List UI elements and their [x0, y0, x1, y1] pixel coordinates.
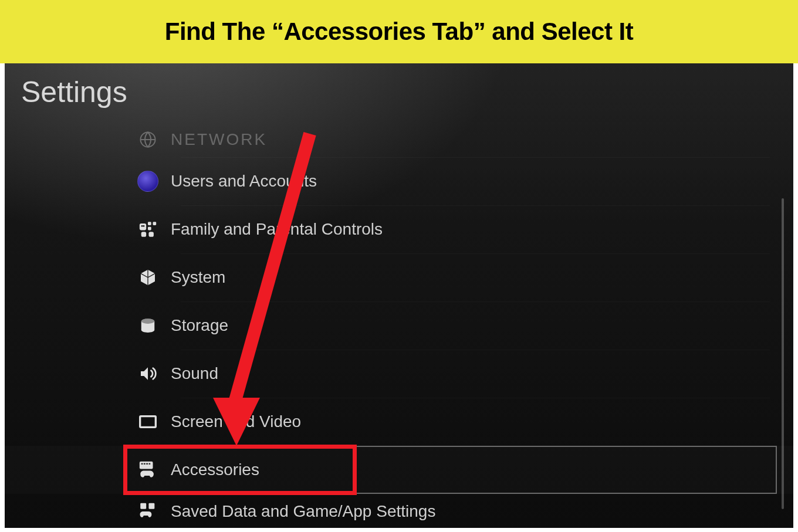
svg-rect-3 — [153, 222, 157, 225]
svg-rect-15 — [146, 463, 148, 465]
svg-rect-13 — [141, 463, 143, 465]
menu-item-saved-data[interactable]: Saved Data and Game/App Settings — [5, 494, 793, 528]
menu-item-users[interactable]: Users and Accounts — [5, 157, 793, 205]
menu-item-network[interactable]: NETWORK — [5, 122, 793, 157]
page-title: Settings — [21, 75, 127, 109]
menu-label: Storage — [171, 316, 228, 335]
avatar-icon — [137, 170, 159, 192]
svg-point-7 — [141, 225, 143, 227]
menu-item-family[interactable]: Family and Parental Controls — [5, 205, 793, 253]
family-icon — [137, 218, 159, 240]
accessories-icon — [137, 459, 159, 481]
svg-rect-17 — [140, 503, 146, 509]
menu-item-sound[interactable]: Sound — [5, 350, 793, 398]
svg-rect-14 — [144, 463, 146, 465]
instruction-banner: Find The “Accessories Tab” and Select It — [0, 0, 798, 63]
menu-label: Sound — [171, 364, 218, 383]
speaker-icon — [137, 362, 159, 385]
svg-rect-4 — [148, 227, 151, 231]
menu-label: Users and Accounts — [171, 172, 317, 191]
settings-menu: NETWORK Users and Accounts Family and Pa… — [5, 122, 793, 528]
scrollbar[interactable] — [782, 198, 784, 509]
svg-rect-5 — [141, 232, 147, 237]
menu-label: Saved Data and Game/App Settings — [171, 502, 435, 521]
menu-item-accessories[interactable]: Accessories — [5, 446, 793, 494]
svg-rect-18 — [148, 503, 154, 509]
svg-point-8 — [143, 225, 145, 227]
settings-screen: Settings NETWORK Users and Accounts Fami… — [5, 63, 793, 528]
svg-rect-12 — [140, 462, 153, 469]
svg-point-10 — [141, 318, 155, 324]
menu-label: Family and Parental Controls — [171, 220, 383, 239]
menu-item-storage[interactable]: Storage — [5, 301, 793, 350]
menu-label: Screen and Video — [171, 412, 301, 431]
svg-rect-11 — [140, 416, 156, 428]
cube-icon — [137, 266, 159, 289]
instruction-text: Find The “Accessories Tab” and Select It — [165, 18, 633, 46]
svg-rect-16 — [148, 463, 150, 465]
svg-rect-6 — [148, 232, 153, 237]
menu-item-screen-video[interactable]: Screen and Video — [5, 398, 793, 446]
svg-rect-1 — [140, 223, 146, 230]
menu-item-system[interactable]: System — [5, 253, 793, 301]
menu-label: Accessories — [171, 460, 259, 479]
menu-label: NETWORK — [171, 130, 267, 149]
svg-rect-2 — [148, 222, 151, 225]
menu-label: System — [171, 268, 225, 287]
saved-data-icon — [137, 500, 159, 523]
display-icon — [137, 411, 159, 433]
storage-icon — [137, 314, 159, 337]
globe-icon — [137, 128, 159, 151]
